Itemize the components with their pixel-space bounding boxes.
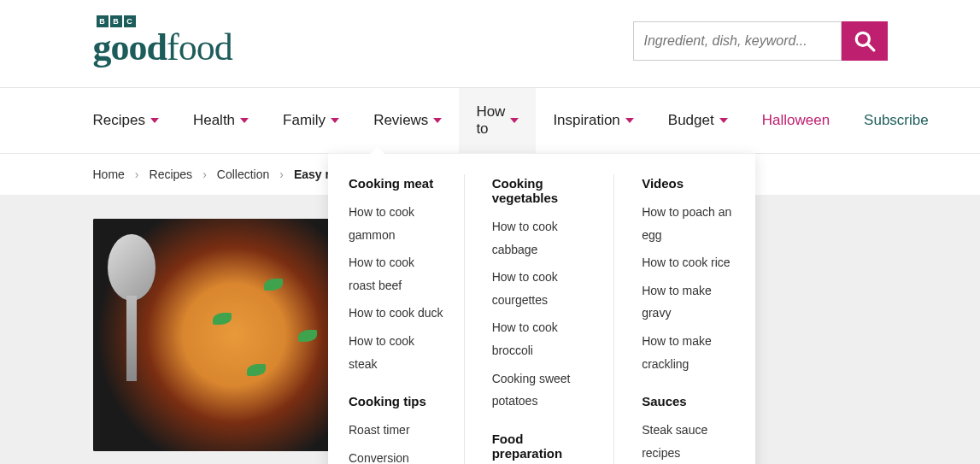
mega-link[interactable]: Cooking sweet potatoes xyxy=(492,367,593,413)
mega-heading-videos: Videos xyxy=(642,176,735,191)
caret-down-icon xyxy=(331,118,339,123)
caret-down-icon xyxy=(510,118,519,123)
mega-heading-cooking-vegetables: Cooking vegetables xyxy=(492,176,593,205)
nav-howto[interactable]: How to xyxy=(459,88,536,153)
search-button[interactable] xyxy=(842,21,888,61)
mega-link[interactable]: Conversion guides xyxy=(349,447,443,464)
breadcrumb-collection[interactable]: Collection xyxy=(217,167,269,181)
main-nav: Recipes Health Family Reviews How to Ins… xyxy=(0,87,980,154)
mega-link[interactable]: How to make gravy xyxy=(642,279,735,325)
mega-link[interactable]: How to cook cabbage xyxy=(492,215,593,261)
mega-link[interactable]: How to cook rice xyxy=(642,251,735,274)
nav-halloween[interactable]: Halloween xyxy=(745,88,847,153)
chevron-right-icon: › xyxy=(202,167,207,181)
nav-budget[interactable]: Budget xyxy=(651,88,745,153)
hero-image xyxy=(93,219,349,451)
svg-line-1 xyxy=(867,44,874,50)
mega-heading-food-preparation: Food preparation xyxy=(492,432,593,461)
bbc-blocks: B B C xyxy=(97,15,232,27)
site-logo[interactable]: B B C goodfood xyxy=(93,15,232,67)
mega-link[interactable]: How to poach an egg xyxy=(642,201,735,246)
caret-down-icon xyxy=(625,118,634,123)
nav-health[interactable]: Health xyxy=(176,88,266,153)
search-form xyxy=(633,21,888,61)
mega-link[interactable]: How to cook courgettes xyxy=(492,266,593,311)
mega-heading-cooking-meat: Cooking meat xyxy=(349,176,443,191)
nav-subscribe[interactable]: Subscribe xyxy=(847,88,946,153)
mega-link[interactable]: How to cook gammon xyxy=(349,201,443,246)
breadcrumb-home[interactable]: Home xyxy=(93,167,125,181)
search-input[interactable] xyxy=(633,21,842,61)
caret-down-icon xyxy=(240,118,249,123)
search-icon xyxy=(854,30,876,52)
mega-link[interactable]: How to cook broccoli xyxy=(492,316,593,361)
chevron-right-icon: › xyxy=(279,167,284,181)
nav-recipes[interactable]: Recipes xyxy=(93,88,176,153)
howto-dropdown: Cooking meat How to cook gammon How to c… xyxy=(328,153,755,464)
nav-reviews[interactable]: Reviews xyxy=(356,88,459,153)
mega-heading-sauces: Sauces xyxy=(642,394,735,408)
chevron-right-icon: › xyxy=(135,167,139,181)
logo-text: goodfood xyxy=(93,29,232,67)
caret-down-icon xyxy=(433,118,442,123)
caret-down-icon xyxy=(150,118,159,123)
nav-inspiration[interactable]: Inspiration xyxy=(536,88,650,153)
breadcrumb-recipes[interactable]: Recipes xyxy=(150,167,193,181)
mega-link[interactable]: How to cook steak xyxy=(349,330,443,375)
mega-link[interactable]: How to cook duck xyxy=(349,302,443,325)
caret-down-icon xyxy=(719,118,728,123)
nav-family[interactable]: Family xyxy=(266,88,356,153)
mega-link[interactable]: How to make crackling xyxy=(642,330,735,375)
mega-link[interactable]: Roast timer xyxy=(349,419,443,442)
mega-link[interactable]: Steak sauce recipes xyxy=(642,419,735,464)
mega-heading-cooking-tips: Cooking tips xyxy=(349,394,443,408)
mega-link[interactable]: How to cook roast beef xyxy=(349,251,443,297)
